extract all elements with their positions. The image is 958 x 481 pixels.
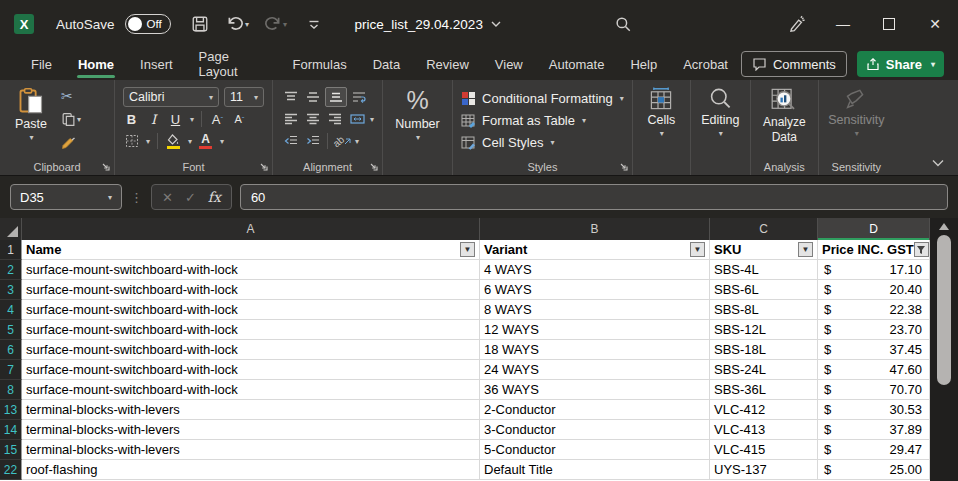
align-center-button[interactable] — [303, 110, 323, 128]
maximize-button[interactable] — [866, 0, 912, 48]
align-left-button[interactable] — [281, 110, 301, 128]
cell-name[interactable]: surface-mount-switchboard-with-lock — [22, 280, 480, 300]
cell-price[interactable]: $37.89 — [818, 420, 930, 440]
cell-sku[interactable]: SBS-24L — [710, 360, 818, 380]
menu-tab-formulas[interactable]: Formulas — [280, 48, 360, 80]
cell-name[interactable]: surface-mount-switchboard-with-lock — [22, 300, 480, 320]
cell-sku[interactable]: SBS-4L — [710, 260, 818, 280]
cell-variant[interactable]: 2-Conductor — [480, 400, 710, 420]
menu-tab-review[interactable]: Review — [413, 48, 482, 80]
editing-dropdown-icon[interactable]: ▾ — [719, 129, 723, 138]
format-painter-icon[interactable] — [61, 136, 77, 151]
cell-variant[interactable]: 5-Conductor — [480, 440, 710, 460]
row-number[interactable]: 4 — [0, 300, 22, 320]
cell-sku[interactable]: VLC-413 — [710, 420, 818, 440]
cell-name[interactable]: surface-mount-switchboard-with-lock — [22, 380, 480, 400]
customize-quick-access-button[interactable] — [299, 9, 329, 39]
copy-dropdown-icon[interactable]: ▾ — [77, 115, 81, 124]
undo-dropdown-icon[interactable]: ▾ — [245, 20, 249, 29]
cell-price[interactable]: $30.53 — [818, 400, 930, 420]
font-color-dropdown-icon[interactable]: ▾ — [220, 137, 224, 146]
fill-color-button[interactable] — [165, 132, 182, 150]
cell-price[interactable]: $29.47 — [818, 440, 930, 460]
borders-button[interactable] — [123, 132, 140, 150]
cell-variant[interactable]: 36 WAYS — [480, 380, 710, 400]
paste-dropdown-icon[interactable]: ▾ — [29, 133, 33, 142]
header-cell-name[interactable]: Name ▼ — [22, 240, 480, 260]
cell-price[interactable]: $70.70 — [818, 380, 930, 400]
cell-sku[interactable]: SBS-8L — [710, 300, 818, 320]
row-number[interactable]: 3 — [0, 280, 22, 300]
undo-button[interactable]: ▾ — [223, 9, 253, 39]
cell-variant[interactable]: 3-Conductor — [480, 420, 710, 440]
analyze-data-button[interactable]: Analyze Data — [759, 87, 810, 157]
row-number[interactable]: 6 — [0, 340, 22, 360]
orientation-dropdown-icon[interactable]: ▾ — [355, 137, 359, 146]
name-box[interactable]: D35 ▾ — [10, 184, 122, 210]
menu-tab-view[interactable]: View — [482, 48, 536, 80]
menu-tab-automate[interactable]: Automate — [536, 48, 618, 80]
row-number[interactable]: 8 — [0, 380, 22, 400]
cell-sku[interactable]: VLC-415 — [710, 440, 818, 460]
row-number[interactable]: 13 — [0, 400, 22, 420]
redo-button[interactable]: ▾ — [261, 9, 291, 39]
cell-variant[interactable]: 24 WAYS — [480, 360, 710, 380]
comments-button[interactable]: Comments — [741, 51, 847, 77]
cell-price[interactable]: $20.40 — [818, 280, 930, 300]
wrap-text-button[interactable] — [349, 88, 369, 106]
cell-price[interactable]: $47.60 — [818, 360, 930, 380]
row-number[interactable]: 2 — [0, 260, 22, 280]
cell-sku[interactable]: SBS-6L — [710, 280, 818, 300]
italic-button[interactable]: I — [145, 110, 162, 128]
increase-font-size-button[interactable]: Aˆ — [209, 110, 226, 128]
underline-dropdown-icon[interactable]: ▾ — [190, 115, 194, 124]
cell-sku[interactable]: SBS-36L — [710, 380, 818, 400]
merge-center-button[interactable] — [347, 110, 367, 128]
copy-button[interactable]: ▾ — [61, 112, 81, 127]
row-number[interactable]: 7 — [0, 360, 22, 380]
bottom-align-button[interactable] — [325, 87, 347, 107]
cell-variant[interactable]: Default Title — [480, 460, 710, 480]
insert-function-button[interactable]: fx — [208, 189, 221, 205]
menu-tab-home[interactable]: Home — [65, 48, 127, 80]
cell-name[interactable]: terminal-blocks-with-levers — [22, 420, 480, 440]
menu-tab-page-layout[interactable]: Page Layout — [186, 48, 280, 80]
menu-tab-help[interactable]: Help — [617, 48, 670, 80]
close-button[interactable]: ✕ — [912, 0, 958, 48]
scrollbar-thumb[interactable] — [937, 235, 951, 385]
cell-name[interactable]: surface-mount-switchboard-with-lock — [22, 320, 480, 340]
decrease-font-size-button[interactable]: Aˇ — [231, 110, 248, 128]
minimize-button[interactable]: — — [820, 0, 866, 48]
cell-sku[interactable]: SBS-12L — [710, 320, 818, 340]
row-number[interactable]: 14 — [0, 420, 22, 440]
cell-name[interactable]: roof-flashing — [22, 460, 480, 480]
column-header-c[interactable]: C — [710, 218, 818, 240]
vertical-scrollbar[interactable] — [930, 218, 958, 481]
cell-variant[interactable]: 12 WAYS — [480, 320, 710, 340]
menu-tab-data[interactable]: Data — [360, 48, 413, 80]
decrease-indent-button[interactable] — [281, 132, 301, 150]
cancel-formula-icon[interactable]: ✕ — [162, 190, 173, 205]
cell-name[interactable]: surface-mount-switchboard-with-lock — [22, 340, 480, 360]
cells-button[interactable]: Cells ▾ — [647, 87, 675, 157]
filter-applied-button[interactable] — [914, 242, 929, 257]
orientation-button[interactable]: ab — [332, 132, 352, 150]
search-button[interactable] — [608, 9, 638, 39]
cell-price[interactable]: $37.45 — [818, 340, 930, 360]
merge-center-dropdown-icon[interactable]: ▾ — [370, 115, 374, 124]
enter-formula-icon[interactable]: ✓ — [185, 190, 196, 205]
styles-dialog-launcher-icon[interactable] — [618, 161, 628, 171]
cell-name[interactable]: surface-mount-switchboard-with-lock — [22, 260, 480, 280]
cell-name[interactable]: terminal-blocks-with-levers — [22, 440, 480, 460]
scroll-up-icon[interactable] — [939, 223, 949, 230]
collapse-ribbon-icon[interactable] — [932, 159, 944, 167]
cell-price[interactable]: $25.00 — [818, 460, 930, 480]
autosave-toggle[interactable]: Off — [125, 14, 171, 34]
share-button[interactable]: Share ▾ — [857, 51, 944, 77]
underline-button[interactable]: U — [167, 110, 184, 128]
column-header-a[interactable]: A — [22, 218, 480, 240]
number-format-button[interactable]: % Number ▾ — [395, 87, 439, 157]
menu-tab-acrobat[interactable]: Acrobat — [670, 48, 741, 80]
row-number[interactable]: 5 — [0, 320, 22, 340]
font-dialog-launcher-icon[interactable] — [258, 161, 268, 171]
